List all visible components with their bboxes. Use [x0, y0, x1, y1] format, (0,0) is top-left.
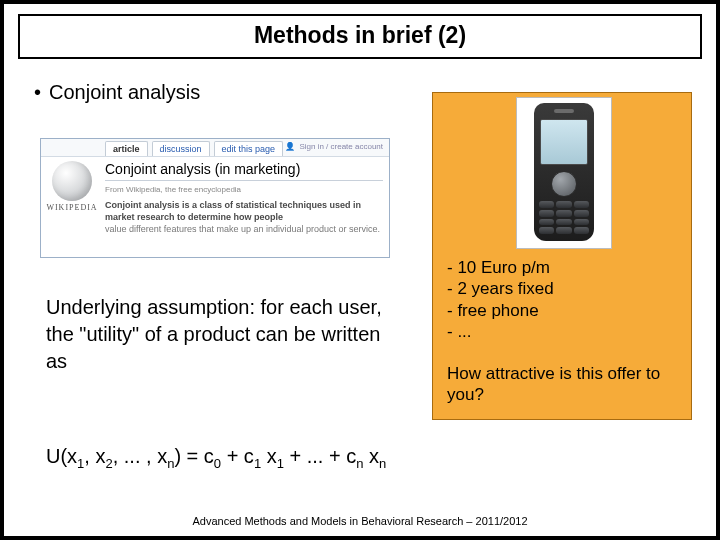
phone-image — [516, 97, 612, 249]
wiki-brand: WIKIPEDIA — [45, 203, 99, 212]
offer-item: free phone — [447, 300, 554, 321]
wiki-logo: WIKIPEDIA — [45, 161, 99, 212]
bullet-text: Conjoint analysis — [49, 81, 200, 103]
bullet-dot: • — [34, 81, 41, 103]
wiki-signin: 👤 Sign in / create account — [283, 142, 383, 151]
offer-item: 2 years fixed — [447, 278, 554, 299]
utility-equation: U(x1, x2, ... , xn) = c0 + c1 x1 + ... +… — [46, 445, 386, 471]
wikipedia-snippet: article discussion edit this page 👤 Sign… — [40, 138, 390, 258]
product-offer-box: 10 Euro p/m 2 years fixed free phone ...… — [432, 92, 692, 420]
wiki-tab-edit: edit this page — [214, 141, 284, 156]
slide-title: Methods in brief (2) — [18, 14, 702, 59]
wiki-tab-discussion: discussion — [152, 141, 210, 156]
wiki-paragraph: Conjoint analysis is a class of statisti… — [105, 199, 383, 235]
slide-footer: Advanced Methods and Models in Behaviora… — [4, 515, 716, 527]
offer-question: How attractive is this offer to you? — [447, 363, 677, 406]
offer-item: 10 Euro p/m — [447, 257, 554, 278]
wiki-heading: Conjoint analysis (in marketing) — [105, 161, 383, 177]
wiki-globe-icon — [52, 161, 92, 201]
wiki-subheading: From Wikipedia, the free encyclopedia — [105, 185, 383, 194]
phone-icon — [534, 103, 594, 241]
offer-list: 10 Euro p/m 2 years fixed free phone ... — [447, 257, 554, 342]
offer-item: ... — [447, 321, 554, 342]
assumption-text: Underlying assumption: for each user, th… — [46, 294, 401, 375]
wiki-tab-article: article — [105, 141, 148, 156]
